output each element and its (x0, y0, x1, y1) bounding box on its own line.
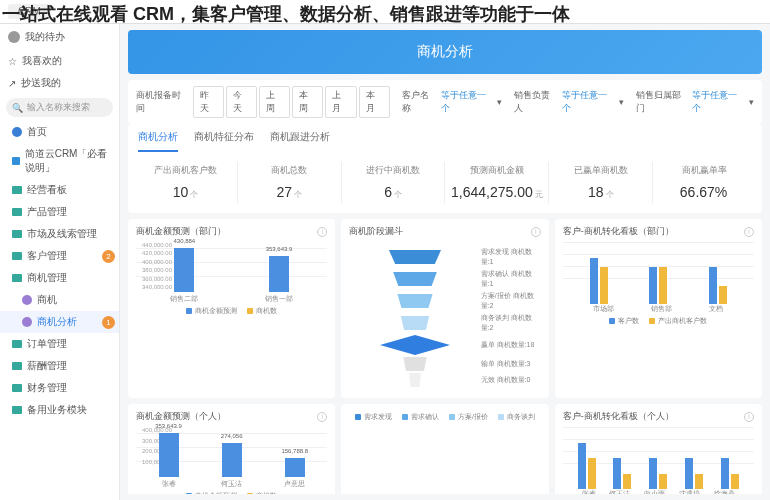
sidebar-item-产品管理[interactable]: 产品管理 (0, 201, 119, 223)
sidebar-item-商机管理[interactable]: 商机管理 (0, 267, 119, 289)
nav-icon (12, 406, 22, 414)
nav-icon (22, 295, 32, 305)
nav-icon (12, 127, 22, 137)
chevron-down-icon: ▾ (619, 97, 624, 107)
time-btn-今天[interactable]: 今天 (226, 86, 257, 118)
chevron-down-icon: ▾ (749, 97, 754, 107)
tab-商机分析[interactable]: 商机分析 (138, 130, 178, 152)
search-icon: 🔍 (12, 103, 23, 113)
search-input[interactable]: 🔍 输入名称来搜索 (6, 98, 113, 117)
stat-card: 商机总数27个 (238, 162, 342, 203)
info-icon[interactable]: i (317, 227, 327, 237)
info-icon[interactable]: i (744, 412, 754, 422)
stat-card: 已赢单商机数18个 (549, 162, 653, 203)
nav-icon (22, 317, 32, 327)
info-icon[interactable]: i (744, 227, 754, 237)
cc-icon: ↗ (8, 78, 16, 89)
info-icon[interactable]: i (317, 412, 327, 422)
sidebar-item-订单管理[interactable]: 订单管理 (0, 333, 119, 355)
tab-商机特征分布[interactable]: 商机特征分布 (194, 130, 254, 152)
time-btn-昨天[interactable]: 昨天 (193, 86, 224, 118)
filter-time: 商机报备时间 昨天今天上周本周上月本月 (136, 86, 390, 118)
filter-customer[interactable]: 客户名称 等于任意一个▾ (402, 89, 503, 115)
filter-department[interactable]: 销售归属部门 等于任意一个▾ (636, 89, 754, 115)
sidebar-item-客户管理[interactable]: 客户管理2 (0, 245, 119, 267)
info-icon[interactable]: i (531, 227, 541, 237)
chart-box-0: 商机金额预测（部门）i440,000.00420,000.00400,000.0… (128, 219, 335, 398)
sidebar-user[interactable]: 我的待办 (0, 24, 119, 50)
nav-icon (12, 186, 22, 194)
time-btn-上月[interactable]: 上月 (325, 86, 356, 118)
sidebar: 我的待办 ☆ 我喜欢的 ↗ 抄送我的 🔍 输入名称来搜索 首页简道云CRM「必看… (0, 24, 120, 500)
time-btn-本周[interactable]: 本周 (292, 86, 323, 118)
sidebar-item-简道云CRM「必看说明」[interactable]: 简道云CRM「必看说明」 (0, 143, 119, 179)
sidebar-user-label: 我的待办 (25, 30, 65, 44)
tab-商机跟进分析[interactable]: 商机跟进分析 (270, 130, 330, 152)
badge: 2 (102, 250, 115, 263)
avatar-icon (8, 31, 20, 43)
page-title-banner: 商机分析 (128, 30, 762, 74)
sidebar-item-首页[interactable]: 首页 (0, 121, 119, 143)
chart-box-5: 客户-商机转化看板（个人）i张睿何玉洁向小雨沈遣培徐海舟 (555, 404, 762, 494)
sidebar-item-商机分析[interactable]: 商机分析1 (0, 311, 119, 333)
stat-card: 商机赢单率66.67% (653, 162, 756, 203)
nav-icon (12, 208, 22, 216)
chart-box-3: 商机金额预测（个人）i400,000.00300,000.00200,000.0… (128, 404, 335, 494)
sidebar-item-薪酬管理[interactable]: 薪酬管理 (0, 355, 119, 377)
nav-icon (12, 274, 22, 282)
browser-tab-bar: CRM (0, 0, 770, 24)
analysis-tabs: 商机分析商机特征分布商机跟进分析 (128, 124, 762, 152)
filter-bar: 商机报备时间 昨天今天上周本周上月本月 客户名称 等于任意一个▾ 销售负责人 等… (128, 80, 762, 124)
nav-icon (12, 252, 22, 260)
stat-card: 进行中商机数6个 (342, 162, 446, 203)
chart-box-1: 商机阶段漏斗i需求发现 商机数量:1需求确认 商机数量:1方案/报价 商机数量:… (341, 219, 548, 398)
stats-row: 产出商机客户数10个商机总数27个进行中商机数6个预测商机金额1,644,275… (128, 152, 762, 213)
chart-box-2: 客户-商机转化看板（部门）i市场部销售部文档客户数产出商机客户数 (555, 219, 762, 398)
sidebar-cc[interactable]: ↗ 抄送我的 (0, 72, 119, 94)
stat-card: 预测商机金额1,644,275.00元 (445, 162, 549, 203)
nav-icon (12, 340, 22, 348)
nav-icon (12, 230, 22, 238)
time-btn-本月[interactable]: 本月 (359, 86, 390, 118)
chevron-down-icon: ▾ (497, 97, 502, 107)
browser-tab[interactable]: CRM (8, 4, 51, 19)
sidebar-item-经营看板[interactable]: 经营看板 (0, 179, 119, 201)
sidebar-item-财务管理[interactable]: 财务管理 (0, 377, 119, 399)
time-btn-上周[interactable]: 上周 (259, 86, 290, 118)
chart-box-4: 需求发现需求确认方案/报价商务谈判 (341, 404, 548, 494)
filter-sales-owner[interactable]: 销售负责人 等于任意一个▾ (514, 89, 623, 115)
stat-card: 产出商机客户数10个 (134, 162, 238, 203)
sidebar-item-市场及线索管理[interactable]: 市场及线索管理 (0, 223, 119, 245)
badge: 1 (102, 316, 115, 329)
nav-icon (12, 157, 20, 165)
sidebar-item-备用业务模块[interactable]: 备用业务模块 (0, 399, 119, 421)
sidebar-item-商机[interactable]: 商机 (0, 289, 119, 311)
nav-icon (12, 384, 22, 392)
charts-grid: 商机金额预测（部门）i440,000.00420,000.00400,000.0… (128, 219, 762, 494)
star-icon: ☆ (8, 56, 17, 67)
sidebar-favorites[interactable]: ☆ 我喜欢的 (0, 50, 119, 72)
nav-icon (12, 362, 22, 370)
main-content: 商机分析 商机报备时间 昨天今天上周本周上月本月 客户名称 等于任意一个▾ 销售… (120, 24, 770, 500)
